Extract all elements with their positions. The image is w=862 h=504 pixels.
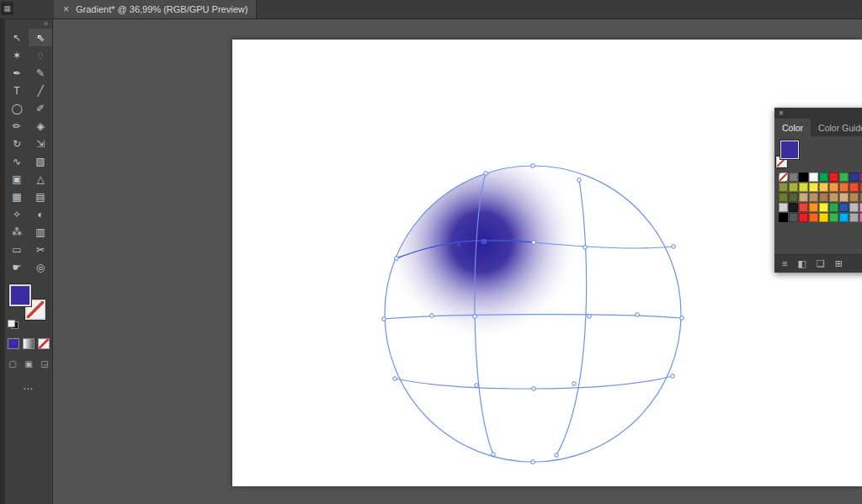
swatch[interactable] xyxy=(829,213,838,222)
draw-normal-button[interactable]: ▢ xyxy=(7,358,19,369)
mesh-anchor[interactable] xyxy=(671,374,675,379)
panel-close-icon[interactable]: × xyxy=(779,109,784,118)
swatch[interactable] xyxy=(849,183,859,192)
swatch[interactable] xyxy=(799,213,808,222)
swatch[interactable] xyxy=(779,183,788,192)
swatch[interactable] xyxy=(839,213,849,222)
swatch[interactable] xyxy=(809,183,818,192)
swatch[interactable] xyxy=(799,193,808,202)
pencil-tool[interactable]: ✏ xyxy=(5,117,29,135)
swatch[interactable] xyxy=(809,172,818,182)
swatch[interactable] xyxy=(779,213,788,222)
swatch[interactable] xyxy=(819,193,828,202)
draw-inside-button[interactable]: ◲ xyxy=(39,358,51,369)
fill-color-proxy[interactable] xyxy=(9,284,31,306)
selection-tool[interactable]: ↖ xyxy=(5,29,29,46)
swatch[interactable] xyxy=(839,183,849,192)
line-segment-tool[interactable]: ╱ xyxy=(29,82,52,99)
gradient-button[interactable] xyxy=(23,338,35,349)
swatch[interactable] xyxy=(789,172,798,182)
swatch[interactable] xyxy=(819,213,828,222)
mesh-anchor[interactable] xyxy=(484,172,488,176)
swatch[interactable] xyxy=(809,193,818,202)
panel-fill-proxy[interactable] xyxy=(780,141,799,159)
tab-color[interactable]: Color xyxy=(774,119,811,136)
swatch[interactable] xyxy=(799,203,808,212)
free-transform-tool[interactable]: ▧ xyxy=(29,152,52,170)
tab-close-icon[interactable]: × xyxy=(63,4,69,14)
eyedropper-tool[interactable]: ✧ xyxy=(5,205,29,223)
swatch[interactable] xyxy=(799,183,808,192)
new-swatch-icon[interactable]: ⊞ xyxy=(835,259,843,268)
swatch[interactable] xyxy=(779,203,788,212)
swatch[interactable] xyxy=(789,213,798,222)
curvature-tool[interactable]: ✎ xyxy=(29,64,52,82)
mesh-anchor[interactable] xyxy=(532,241,536,245)
swatch[interactable] xyxy=(829,203,838,212)
edit-toolbar-button[interactable]: ⋯ xyxy=(5,383,52,395)
slice-tool[interactable]: ✂ xyxy=(29,241,52,258)
document-tab[interactable]: × Gradient* @ 36,99% (RGB/GPU Preview) xyxy=(54,0,257,19)
width-tool[interactable]: ∿ xyxy=(5,152,29,170)
mesh-anchor[interactable] xyxy=(473,315,477,319)
artboard-tool[interactable]: ▭ xyxy=(5,241,29,258)
direct-selection-tool[interactable]: ⇖ xyxy=(29,29,52,46)
ellipse-tool[interactable]: ◯ xyxy=(5,99,29,117)
mesh-anchor[interactable] xyxy=(583,246,588,250)
swatch[interactable] xyxy=(809,203,818,212)
lasso-tool[interactable]: ◌ xyxy=(29,46,52,64)
libraries-icon[interactable]: ≡ xyxy=(782,259,787,268)
default-fill-stroke-icon[interactable] xyxy=(8,320,19,329)
panel-collapse-icon[interactable]: ▦ xyxy=(1,2,13,15)
swatch[interactable] xyxy=(789,203,798,212)
swatch[interactable] xyxy=(779,193,788,202)
swatch-kinds-icon[interactable]: ◧ xyxy=(797,259,806,268)
mesh-anchor[interactable] xyxy=(636,313,640,317)
swatch[interactable] xyxy=(809,213,818,222)
mesh-anchor[interactable] xyxy=(532,387,536,391)
mesh-anchor[interactable] xyxy=(672,245,676,249)
rotate-tool[interactable]: ↻ xyxy=(5,135,29,152)
none-button[interactable] xyxy=(38,338,50,349)
mesh-anchor[interactable] xyxy=(475,384,479,388)
mesh-anchor[interactable] xyxy=(531,460,535,464)
swatch[interactable] xyxy=(829,183,838,192)
swatch[interactable] xyxy=(839,193,849,202)
column-graph-tool[interactable]: ▥ xyxy=(29,223,52,241)
swatch[interactable] xyxy=(799,172,808,182)
paintbrush-tool[interactable]: ✐ xyxy=(29,99,52,117)
zoom-tool[interactable]: ◎ xyxy=(29,258,52,276)
mesh-anchor[interactable] xyxy=(430,314,434,318)
swatch[interactable] xyxy=(819,203,828,212)
swatch[interactable] xyxy=(849,193,859,202)
mesh-anchor[interactable] xyxy=(395,257,399,261)
swatch[interactable] xyxy=(789,193,798,202)
swatch[interactable] xyxy=(849,213,859,222)
mesh-handle[interactable] xyxy=(457,243,460,246)
mesh-tool[interactable]: ▦ xyxy=(5,188,29,205)
fill-color-button[interactable] xyxy=(8,338,19,349)
mesh-anchor[interactable] xyxy=(588,315,592,319)
scale-tool[interactable]: ⇲ xyxy=(29,135,52,152)
mesh-anchor[interactable] xyxy=(393,377,397,381)
swatch[interactable] xyxy=(849,172,859,182)
pen-tool[interactable]: ✒ xyxy=(5,64,29,82)
mesh-anchor-selected[interactable] xyxy=(482,239,487,244)
hand-tool[interactable]: ☛ xyxy=(5,258,29,276)
mesh-anchor[interactable] xyxy=(680,316,684,321)
swatch[interactable] xyxy=(839,172,849,182)
blend-tool[interactable]: ◐ xyxy=(29,205,52,223)
swatch[interactable] xyxy=(839,203,849,212)
eraser-tool[interactable]: ◈ xyxy=(29,117,52,135)
tab-color-guide[interactable]: Color Guide xyxy=(811,119,862,136)
mesh-anchor[interactable] xyxy=(531,164,535,168)
swatch[interactable] xyxy=(819,172,828,182)
swatch[interactable] xyxy=(789,183,798,192)
perspective-grid-tool[interactable]: △ xyxy=(29,170,52,188)
swatch-none[interactable] xyxy=(779,172,788,182)
swatch[interactable] xyxy=(819,183,828,192)
mesh-anchor[interactable] xyxy=(382,317,386,321)
symbol-sprayer-tool[interactable]: ⁂ xyxy=(5,223,29,241)
magic-wand-tool[interactable]: ✶ xyxy=(5,46,29,64)
toolbar-collapse-icon[interactable]: » xyxy=(5,19,52,29)
